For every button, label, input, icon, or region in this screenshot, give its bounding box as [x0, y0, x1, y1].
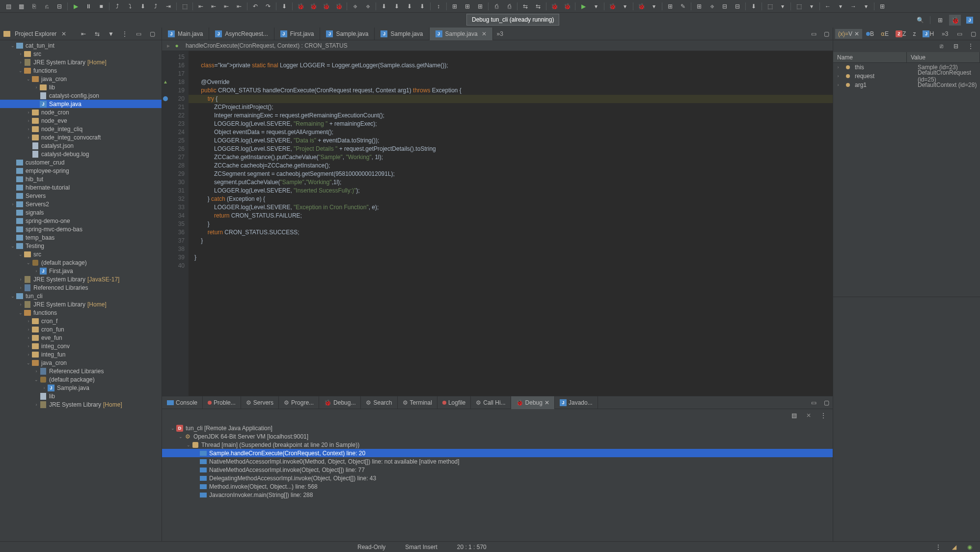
toolbar-button-7[interactable]: ⏸ — [82, 1, 94, 12]
tab-h[interactable]: J H — [920, 29, 937, 39]
maximize-icon[interactable]: ▢ — [146, 28, 158, 39]
bottom-tab-servers[interactable]: ⚙Servers — [241, 396, 279, 409]
toolbar-button-0[interactable]: ▤ — [2, 1, 14, 12]
toolbar-button-54[interactable]: 🐞 — [561, 1, 573, 12]
maximize-icon[interactable]: ▢ — [820, 397, 832, 408]
minimize-icon[interactable]: ▭ — [133, 28, 144, 39]
toolbar-button-81[interactable]: ← — [822, 1, 834, 12]
tree-item[interactable]: ⌄functions — [0, 308, 162, 317]
toolbar-button-11[interactable]: ⤵ — [124, 1, 136, 12]
toolbar-button-45[interactable]: ⊞ — [474, 1, 486, 12]
menu-icon[interactable]: ⋮ — [817, 410, 829, 421]
tree-item[interactable]: ›lib — [0, 83, 162, 91]
toolbar-button-33[interactable]: ⎆ — [349, 1, 361, 12]
tree-item[interactable]: ›Referenced Libraries — [0, 367, 162, 375]
tree-item[interactable]: ⌄cat_tun_int — [0, 41, 162, 50]
toolbar-button-48[interactable]: ⎙ — [503, 1, 515, 12]
bottom-tab-progre[interactable]: ⚙Progre... — [279, 396, 319, 409]
tree-item[interactable]: catalyst-config.json — [0, 91, 162, 100]
minimize-icon[interactable]: ▭ — [808, 28, 819, 39]
toolbar-button-75[interactable]: ⬚ — [764, 1, 776, 12]
search-icon[interactable]: 🔍 — [914, 15, 926, 26]
editor-tab[interactable]: JMain.java — [162, 28, 209, 40]
close-icon[interactable]: ✕ — [61, 30, 66, 37]
tree-item[interactable]: ›cron_f — [0, 317, 162, 325]
toolbar-button-78[interactable]: ⬚ — [793, 1, 805, 12]
bottom-tab-console[interactable]: Console — [162, 396, 203, 409]
toolbar-button-41[interactable]: ↕ — [433, 1, 444, 12]
toolbar-button-83[interactable]: → — [847, 1, 859, 12]
toolbar-button-37[interactable]: ⬇ — [391, 1, 403, 12]
toolbar-button-68[interactable]: ⊞ — [693, 1, 705, 12]
toolbar-button-19[interactable]: ⇤ — [208, 1, 219, 12]
toolbar-button-28[interactable]: 🐞 — [295, 1, 306, 12]
toolbar-button-51[interactable]: ⇆ — [532, 1, 544, 12]
toolbar-button-16[interactable]: ⬚ — [179, 1, 191, 12]
toolbar-button-82[interactable]: ▾ — [835, 1, 846, 12]
toolbar-button-63[interactable]: ▾ — [648, 1, 660, 12]
close-icon[interactable]: ✕ — [544, 399, 549, 406]
tree-item[interactable]: spring-mvc-demo-bas — [0, 225, 162, 233]
breadcrumb[interactable]: ▸ ● handleCronExecute(CronRequest, Conte… — [162, 40, 833, 51]
more-tabs[interactable]: »3 — [493, 30, 507, 37]
toolbar-button-53[interactable]: 🐞 — [548, 1, 560, 12]
tree-item[interactable]: employee-spring — [0, 166, 162, 175]
debug-frame[interactable]: Method.invoke(Object, Object...) line: 5… — [162, 482, 833, 491]
layout-icon[interactable]: ▤ — [788, 410, 800, 421]
editor-tab[interactable]: JFirst.java — [274, 28, 321, 40]
tree-item[interactable]: ›Referenced Libraries — [0, 283, 162, 292]
tree-item[interactable]: hibernate-tutorial — [0, 183, 162, 192]
tree-item[interactable]: ⌄Testing — [0, 242, 162, 250]
toolbar-button-50[interactable]: ⇆ — [519, 1, 531, 12]
toolbar-button-65[interactable]: ⊞ — [664, 1, 676, 12]
toolbar-button-62[interactable]: 🐞 — [635, 1, 647, 12]
tab-z2[interactable]: z — [910, 29, 919, 39]
toolbar-button-6[interactable]: ▶ — [70, 1, 82, 12]
debug-frame[interactable]: Sample.handleCronExecute(CronRequest, Co… — [162, 449, 833, 457]
tree-item[interactable]: ›JRE System Library [JavaSE-17] — [0, 275, 162, 283]
tree-item[interactable]: signals — [0, 208, 162, 217]
toolbar-button-1[interactable]: ▦ — [15, 1, 27, 12]
editor-tab[interactable]: JAsyncRequest... — [209, 28, 274, 40]
bottom-tab-debug[interactable]: 🐞Debug✕ — [511, 396, 555, 409]
maximize-icon[interactable]: ▢ — [967, 28, 979, 39]
toolbar-button-2[interactable]: ⎘ — [28, 1, 40, 12]
maximize-icon[interactable]: ▢ — [820, 28, 832, 39]
toolbar-button-36[interactable]: ⬇ — [378, 1, 390, 12]
tree-item[interactable]: ›node_integ_convocraft — [0, 133, 162, 141]
toolbar-button-26[interactable]: ⬇ — [278, 1, 290, 12]
menu-icon[interactable]: ⋮ — [119, 28, 131, 39]
toolbar-button-23[interactable]: ↶ — [249, 1, 261, 12]
tree-item[interactable]: Servers — [0, 192, 162, 200]
tree-item[interactable]: ›Servers2 — [0, 200, 162, 208]
toolbar-button-29[interactable]: 🐞 — [307, 1, 319, 12]
tree-item[interactable]: ⌄tun_cli — [0, 292, 162, 300]
tree-item[interactable]: ›node_integ_cliq — [0, 125, 162, 133]
bottom-tab-javado[interactable]: JJavado... — [555, 396, 598, 409]
tree-item[interactable]: lib — [0, 392, 162, 400]
type-icon[interactable]: ⎚ — [935, 41, 947, 52]
bottom-tab-logfile[interactable]: Logfile — [437, 396, 471, 409]
tree-item[interactable]: ›node_cron — [0, 108, 162, 116]
tree-item[interactable]: ›JRE System Library [Home] — [0, 300, 162, 308]
toolbar-button-59[interactable]: 🐞 — [606, 1, 618, 12]
toolbar-button-56[interactable]: ▶ — [577, 1, 589, 12]
tree-item[interactable]: ›cron_fun — [0, 325, 162, 333]
variable-row[interactable]: ›arg1DefaultContext (id=28) — [833, 81, 980, 89]
toolbar-button-73[interactable]: ⬇ — [748, 1, 760, 12]
toolbar-button-43[interactable]: ⊞ — [449, 1, 461, 12]
tab-variables[interactable]: (x)= V ✕ — [835, 29, 862, 39]
toolbar-button-31[interactable]: 🐞 — [333, 1, 345, 12]
toolbar-button-84[interactable]: ▾ — [860, 1, 872, 12]
toolbar-button-30[interactable]: 🐞 — [320, 1, 332, 12]
bottom-tab-search[interactable]: ⚙Search — [361, 396, 397, 409]
status-updates-icon[interactable]: ◉ — [964, 542, 976, 552]
status-tip-icon[interactable]: ◢ — [948, 542, 960, 552]
tree-item[interactable]: ›JSample.java — [0, 384, 162, 392]
toolbar-button-57[interactable]: ▾ — [590, 1, 602, 12]
tree-item[interactable]: ›JFirst.java — [0, 267, 162, 275]
col-name[interactable]: Name — [833, 52, 907, 62]
editor-tab[interactable]: JSample.java✕ — [430, 28, 493, 40]
status-menu-icon[interactable]: ⋮ — [932, 542, 944, 552]
toolbar-button-3[interactable]: ⎌ — [41, 1, 53, 12]
